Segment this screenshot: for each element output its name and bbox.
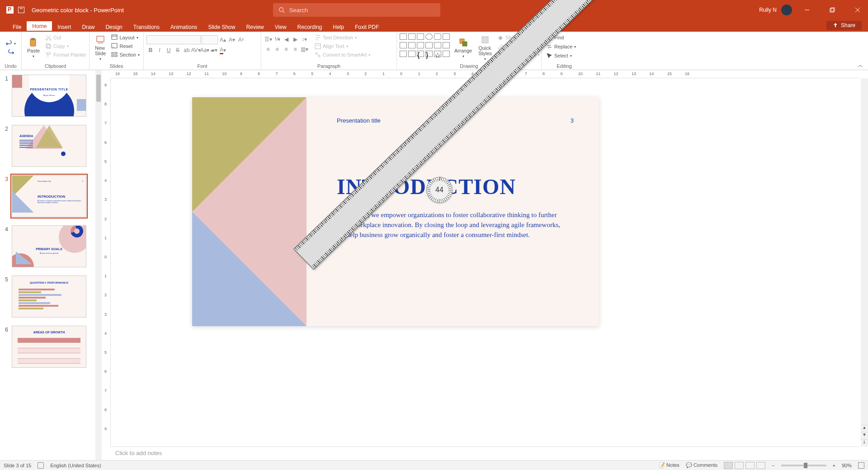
zoom-percent[interactable]: 90% — [842, 463, 852, 468]
slide-page-number[interactable]: 3 — [571, 117, 574, 124]
replace-button[interactable]: Replace▾ — [544, 43, 584, 51]
accessibility-icon[interactable] — [38, 462, 44, 469]
powerpoint-icon — [6, 6, 14, 14]
char-spacing-button[interactable]: AV▾ — [192, 46, 200, 54]
bullets-button[interactable]: ☰▾ — [264, 35, 272, 43]
tab-recording[interactable]: Recording — [292, 22, 328, 32]
tab-insert[interactable]: Insert — [52, 22, 76, 32]
highlight-button[interactable]: ▰▾ — [210, 46, 218, 54]
thumbnail-4[interactable]: 4 PRIMARY GOALS Annual revenue growth — [3, 225, 98, 267]
increase-font-button[interactable]: A▴ — [219, 36, 227, 44]
font-family-input[interactable] — [146, 35, 201, 44]
tab-animations[interactable]: Animations — [165, 22, 203, 32]
reset-button[interactable]: Reset — [109, 42, 142, 50]
close-button[interactable] — [847, 0, 868, 20]
svg-rect-19 — [112, 55, 117, 57]
align-text-button[interactable]: Align Text▾ — [313, 42, 372, 50]
search-box[interactable]: Search — [273, 3, 440, 17]
underline-button[interactable]: U — [165, 46, 173, 54]
tab-design[interactable]: Design — [100, 22, 127, 32]
sorter-view-button[interactable] — [735, 462, 744, 469]
tab-transitions[interactable]: Transitions — [128, 22, 165, 32]
zoom-in-button[interactable]: + — [833, 463, 835, 468]
slide-body[interactable]: At Contoso, we empower organizations to … — [337, 210, 563, 240]
decrease-font-button[interactable]: A▾ — [228, 36, 236, 44]
thumbnail-5[interactable]: 5 QUARTERLY PERFORMANCE — [3, 275, 98, 318]
tab-review[interactable]: Review — [241, 22, 269, 32]
next-slide-button[interactable]: ▼ — [861, 432, 868, 439]
collapse-ribbon-button[interactable] — [857, 62, 863, 67]
slide-canvas[interactable]: Presentation title 3 INTRODUCTION At Con… — [192, 97, 599, 326]
decrease-indent-button[interactable]: ◀ — [282, 35, 290, 43]
increase-indent-button[interactable]: ▶ — [291, 35, 299, 43]
undo-button[interactable]: ▾ — [4, 39, 18, 47]
redo-button[interactable] — [6, 48, 16, 57]
tab-view[interactable]: View — [269, 22, 292, 32]
tab-slide-show[interactable]: Slide Show — [203, 22, 241, 32]
select-button[interactable]: Select▾ — [544, 52, 584, 60]
align-center-button[interactable]: ≡ — [273, 45, 281, 53]
smartart-button[interactable]: Convert to SmartArt▾ — [313, 51, 372, 59]
arrange-button[interactable]: Arrange▾ — [452, 33, 475, 62]
layout-button[interactable]: Layout▾ — [109, 33, 142, 42]
new-slide-button[interactable]: New Slide▾ — [92, 33, 108, 62]
minimize-button[interactable] — [797, 0, 817, 20]
thumbnail-1[interactable]: 1 PRESENTATION TITLE Mirjam Nilsson — [3, 75, 98, 117]
text-direction-button[interactable]: Text Direction▾ — [313, 33, 372, 42]
tab-draw[interactable]: Draw — [76, 22, 100, 32]
paste-button[interactable]: Paste▾ — [24, 33, 42, 62]
cut-button[interactable]: Cut — [43, 33, 88, 42]
numbering-button[interactable]: ⅟▾ — [273, 35, 281, 43]
align-left-button[interactable]: ≡ — [264, 45, 272, 53]
end-slide-button[interactable]: ⤓ — [861, 439, 868, 446]
thumbnail-3[interactable]: 3 Presentation title 3 INTRODUCTION At C… — [3, 175, 98, 217]
zoom-out-button[interactable]: − — [772, 463, 774, 468]
slideshow-view-button[interactable] — [756, 462, 765, 469]
thumbnail-2[interactable]: 2 AGENDA — [3, 125, 98, 167]
justify-button[interactable]: ≡ — [291, 45, 299, 53]
notes-toggle[interactable]: 📝 Notes — [659, 462, 679, 468]
align-right-button[interactable]: ≡ — [282, 45, 290, 53]
notes-pane[interactable]: Click to add notes — [111, 446, 859, 460]
thumbnail-6[interactable]: 6 AREAS OF GROWTH — [3, 326, 98, 368]
avatar[interactable] — [781, 5, 792, 15]
editor-scrollbar[interactable]: ▲ ▼ ⤓ — [861, 78, 868, 446]
tab-home[interactable]: Home — [27, 21, 52, 32]
change-case-button[interactable]: Aa▾ — [201, 46, 209, 54]
thumbnail-scrollbar[interactable] — [95, 70, 102, 460]
bold-button[interactable]: B — [146, 46, 155, 54]
select-icon — [546, 52, 552, 59]
normal-view-button[interactable] — [724, 462, 733, 469]
strikethrough-button[interactable]: S — [174, 46, 182, 54]
slide-header[interactable]: Presentation title — [337, 117, 381, 124]
language-indicator[interactable]: English (United States) — [50, 463, 101, 468]
fit-to-window-button[interactable] — [858, 462, 864, 469]
font-color-button[interactable]: A▾ — [219, 46, 227, 54]
shapes-gallery[interactable]: {}☆ — [400, 33, 451, 62]
share-button[interactable]: Share — [826, 21, 862, 30]
save-icon[interactable] — [18, 7, 24, 13]
copy-button[interactable]: Copy▾ — [43, 42, 88, 50]
comments-toggle[interactable]: 💬 Comments — [686, 462, 717, 468]
font-size-input[interactable] — [202, 35, 218, 44]
svg-rect-11 — [46, 44, 50, 47]
clear-formatting-button[interactable]: Aᵡ — [237, 36, 245, 44]
format-painter-button[interactable]: Format Painter — [43, 51, 88, 59]
line-spacing-button[interactable]: ↕▾ — [300, 35, 308, 43]
search-placeholder: Search — [289, 7, 308, 14]
columns-button[interactable]: ▥▾ — [300, 45, 308, 53]
reading-view-button[interactable] — [745, 462, 755, 469]
italic-button[interactable]: I — [156, 46, 164, 54]
group-undo: ▾ Undo — [0, 32, 22, 70]
tab-help[interactable]: Help — [327, 22, 349, 32]
tab-foxit-pdf[interactable]: Foxit PDF — [349, 22, 384, 32]
section-button[interactable]: Section▾ — [109, 51, 142, 59]
restore-button[interactable] — [822, 0, 843, 20]
shadow-button[interactable]: ab — [183, 46, 191, 54]
zoom-slider[interactable] — [781, 465, 826, 466]
prev-slide-button[interactable]: ▲ — [861, 425, 868, 432]
slide-counter[interactable]: Slide 3 of 15 — [4, 463, 31, 468]
tab-file[interactable]: File — [7, 22, 27, 32]
ruler-angle-dial[interactable]: 44 — [426, 177, 453, 203]
view-buttons — [724, 462, 765, 469]
